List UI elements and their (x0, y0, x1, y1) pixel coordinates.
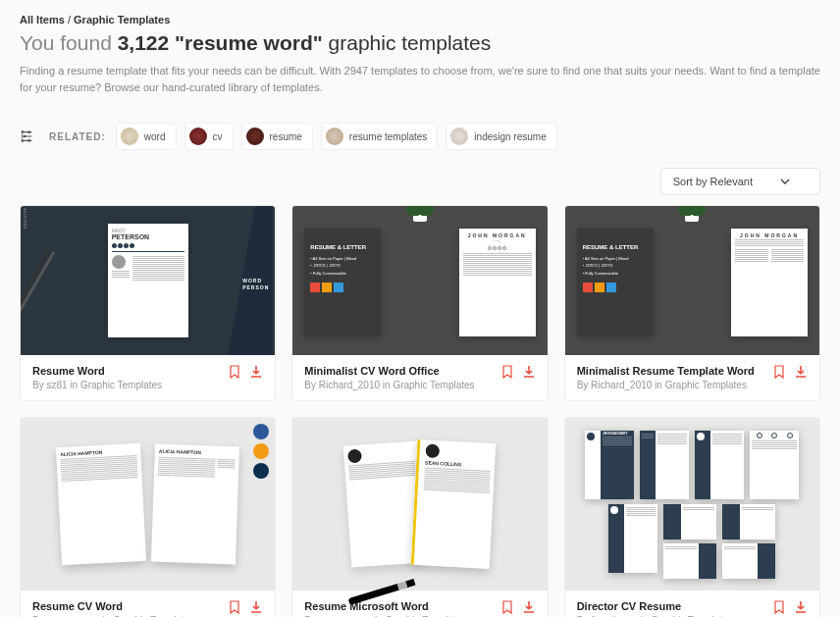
plant-decoration (403, 205, 437, 222)
tag-swatch-icon (450, 128, 468, 145)
card-thumbnail: A4 LETTER MADY PETERSON WORD PERSON (21, 206, 275, 355)
illustrator-badge-icon (253, 443, 269, 459)
card-byline: By sz81 in Graphic Templates (32, 380, 228, 390)
bookmark-icon[interactable] (772, 600, 786, 614)
bookmark-icon[interactable] (500, 600, 514, 614)
card-thumbnail: JHON MACINERY (565, 418, 819, 591)
svg-point-2 (27, 139, 30, 142)
bookmark-icon[interactable] (500, 365, 514, 379)
related-tag-resume[interactable]: resume (241, 123, 313, 150)
card-thumbnail: RESUME & LETTER • A4 Size on Paper | Ble… (565, 206, 819, 355)
word-badge-icon (253, 424, 269, 439)
related-row: RELATED: word cv resume resume templates… (20, 123, 820, 150)
result-card[interactable]: JHON MACINERY (564, 417, 820, 617)
bookmark-icon[interactable] (228, 600, 241, 614)
download-icon[interactable] (249, 600, 263, 614)
result-card[interactable]: SEAN COLLINS Resume Microsoft Word By na… (291, 417, 548, 617)
page-title: You found 3,122 "resume word" graphic te… (20, 31, 820, 55)
related-tag-indesign-resume[interactable]: indesign resume (446, 123, 556, 150)
tag-swatch-icon (326, 128, 343, 145)
page-description: Finding a resume template that fits your… (20, 63, 820, 95)
breadcrumb-root[interactable]: All Items (20, 14, 65, 26)
card-thumbnail: ALICIA HAMPTON ALICIA HAMPTON (21, 418, 275, 591)
svg-point-1 (24, 135, 26, 138)
related-tag-resume-templates[interactable]: resume templates (321, 123, 438, 150)
download-icon[interactable] (249, 365, 263, 379)
bookmark-icon[interactable] (772, 365, 786, 379)
bookmark-icon[interactable] (228, 365, 241, 379)
card-title: Resume CV Word (32, 600, 228, 612)
breadcrumb-current: Graphic Templates (74, 14, 170, 26)
sort-dropdown[interactable]: Sort by Relevant (660, 168, 820, 195)
card-byline: By Richard_2010 in Graphic Templates (577, 380, 772, 390)
photoshop-badge-icon (253, 463, 269, 479)
card-title: Resume Microsoft Word (304, 600, 499, 612)
download-icon[interactable] (522, 365, 536, 379)
result-card[interactable]: ALICIA HAMPTON ALICIA HAMPTON Resume CV … (20, 417, 276, 617)
related-tag-cv[interactable]: cv (184, 123, 234, 150)
tag-swatch-icon (121, 128, 138, 145)
card-title: Director CV Resume (577, 600, 772, 612)
pencils-decoration (20, 249, 51, 333)
tag-swatch-icon (246, 128, 264, 145)
tag-swatch-icon (189, 128, 207, 145)
svg-point-0 (27, 130, 30, 133)
filter-icon[interactable] (20, 129, 33, 143)
related-tag-word[interactable]: word (116, 123, 177, 150)
format-badges (253, 424, 269, 479)
result-card[interactable]: RESUME & LETTER • A4 Size on Paper | Ble… (291, 205, 548, 401)
chevron-down-icon (780, 179, 790, 184)
breadcrumb: All Items / Graphic Templates (20, 14, 820, 26)
plant-decoration (675, 205, 709, 222)
card-byline: By Richard_2010 in Graphic Templates (304, 380, 499, 390)
card-thumbnail: RESUME & LETTER • A4 Size on Paper | Ble… (292, 206, 547, 355)
card-thumbnail: SEAN COLLINS (292, 418, 547, 591)
download-icon[interactable] (794, 365, 808, 379)
card-title: Minimalist CV Word Office (304, 365, 499, 377)
card-title: Resume Word (32, 365, 228, 377)
card-title: Minimalist Resume Template Word (577, 365, 772, 377)
results-grid: A4 LETTER MADY PETERSON WORD PERSON (20, 205, 820, 617)
result-card[interactable]: RESUME & LETTER • A4 Size on Paper | Ble… (564, 205, 820, 401)
download-icon[interactable] (794, 600, 808, 614)
related-label: RELATED: (49, 131, 106, 142)
result-card[interactable]: A4 LETTER MADY PETERSON WORD PERSON (20, 205, 276, 401)
download-icon[interactable] (522, 600, 536, 614)
